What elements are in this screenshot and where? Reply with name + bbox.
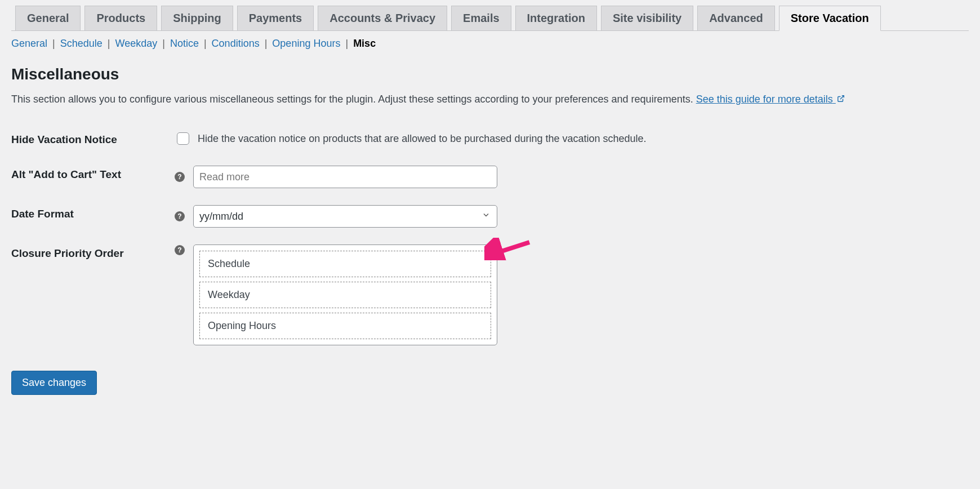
subtab-opening-hours[interactable]: Opening Hours — [272, 38, 340, 49]
svg-line-0 — [840, 96, 844, 99]
section-description-text: This section allows you to configure var… — [11, 94, 696, 105]
subtab-general[interactable]: General — [11, 38, 47, 49]
separator: | — [260, 38, 273, 49]
tab-store-vacation[interactable]: Store Vacation — [779, 6, 881, 31]
help-icon[interactable]: ? — [175, 172, 185, 182]
tab-site-visibility[interactable]: Site visibility — [601, 6, 693, 30]
separator: | — [199, 38, 212, 49]
tab-payments[interactable]: Payments — [237, 6, 314, 30]
help-icon[interactable]: ? — [175, 245, 185, 255]
tab-shipping[interactable]: Shipping — [161, 6, 233, 30]
alt-add-to-cart-input[interactable] — [193, 166, 497, 188]
closure-priority-label: Closure Priority Order — [11, 236, 169, 354]
subtab-misc: Misc — [353, 38, 376, 49]
hide-vacation-notice-label: Hide Vacation Notice — [11, 122, 169, 157]
svg-line-2 — [495, 242, 529, 254]
tab-accounts-privacy[interactable]: Accounts & Privacy — [318, 6, 447, 30]
separator: | — [157, 38, 170, 49]
tab-advanced[interactable]: Advanced — [697, 6, 775, 30]
sub-tabs: General | Schedule | Weekday | Notice | … — [11, 38, 969, 50]
date-format-label: Date Format — [11, 197, 169, 236]
guide-link[interactable]: See this guide for more details — [696, 94, 845, 105]
subtab-notice[interactable]: Notice — [170, 38, 199, 49]
main-tabs: GeneralProductsShippingPaymentsAccounts … — [11, 0, 969, 31]
subtab-conditions[interactable]: Conditions — [212, 38, 260, 49]
separator: | — [47, 38, 60, 49]
separator: | — [103, 38, 115, 49]
alt-add-to-cart-label: Alt "Add to Cart" Text — [11, 157, 169, 197]
external-link-icon — [837, 94, 845, 101]
tab-emails[interactable]: Emails — [451, 6, 511, 30]
annotation-arrow-icon — [484, 238, 535, 260]
section-description: This section allows you to configure var… — [11, 94, 969, 105]
section-title: Miscellaneous — [11, 65, 969, 83]
closure-priority-list[interactable]: ScheduleWeekdayOpening Hours — [193, 244, 497, 345]
date-format-select[interactable]: yy/mm/dd — [193, 205, 497, 228]
hide-vacation-notice-description: Hide the vacation notice on products tha… — [198, 133, 647, 144]
tab-integration[interactable]: Integration — [515, 6, 597, 30]
separator: | — [340, 38, 353, 49]
tab-products[interactable]: Products — [84, 6, 157, 30]
closure-priority-item[interactable]: Schedule — [199, 251, 491, 277]
hide-vacation-notice-checkbox[interactable] — [177, 132, 189, 145]
closure-priority-item[interactable]: Opening Hours — [199, 313, 491, 339]
guide-link-text: See this guide for more details — [696, 94, 833, 105]
tab-general[interactable]: General — [15, 6, 81, 30]
save-changes-button[interactable]: Save changes — [11, 371, 97, 395]
subtab-schedule[interactable]: Schedule — [60, 38, 103, 49]
subtab-weekday[interactable]: Weekday — [115, 38, 157, 49]
help-icon[interactable]: ? — [175, 211, 185, 221]
closure-priority-item[interactable]: Weekday — [199, 282, 491, 308]
